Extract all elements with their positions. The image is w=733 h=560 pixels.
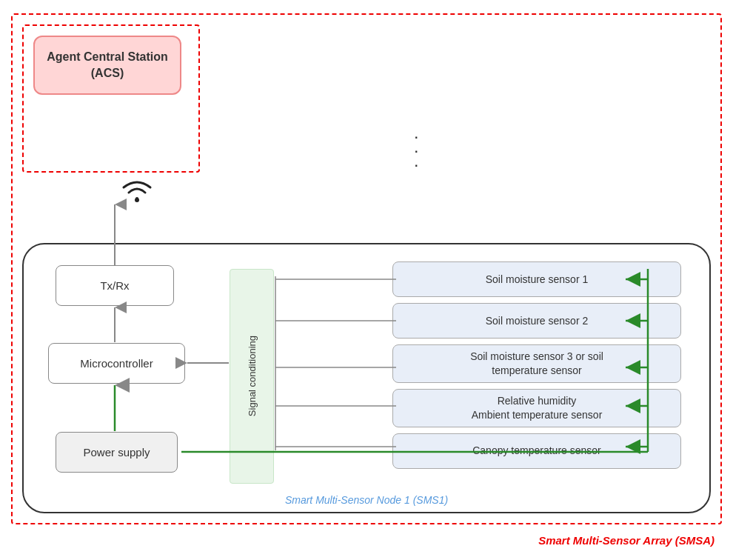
power-supply-label: Power supply xyxy=(83,446,150,459)
smsn-area: (SMSn) xyxy=(470,150,707,247)
dots-separator: ··· xyxy=(415,130,418,173)
sensor-container: Soil moisture sensor 1 Soil moisture sen… xyxy=(392,261,681,469)
sensor-box-4: Relative humidityAmbient temperature sen… xyxy=(392,389,681,427)
microcontroller-box: Microcontroller xyxy=(48,343,185,384)
txrx-label: Tx/Rx xyxy=(100,279,129,292)
power-supply-box: Power supply xyxy=(56,432,178,473)
sms2-area: (SMS2) xyxy=(470,28,707,124)
acs-box: Agent Central Station(ACS) xyxy=(33,36,181,95)
txrx-box: Tx/Rx xyxy=(56,265,174,306)
signal-conditioning-box: Signal conditioning xyxy=(230,269,274,484)
microcontroller-label: Microcontroller xyxy=(80,357,153,370)
wifi-icon-main xyxy=(118,175,155,206)
svg-point-0 xyxy=(135,198,139,202)
signal-conditioning-label: Signal conditioning xyxy=(247,336,258,416)
sensor-box-3: Soil moisture sensor 3 or soiltemperatur… xyxy=(392,344,681,383)
sensor-box-5: Canopy temperature sensor xyxy=(392,433,681,469)
smsa-label: Smart Multi-Sensor Array (SMSA) xyxy=(538,534,714,547)
sensor-box-1: Soil moisture sensor 1 xyxy=(392,261,681,297)
sensor-box-2: Soil moisture sensor 2 xyxy=(392,303,681,339)
sms1-label: Smart Multi-Sensor Node 1 (SMS1) xyxy=(285,494,448,506)
acs-label: Agent Central Station(ACS) xyxy=(47,49,168,82)
